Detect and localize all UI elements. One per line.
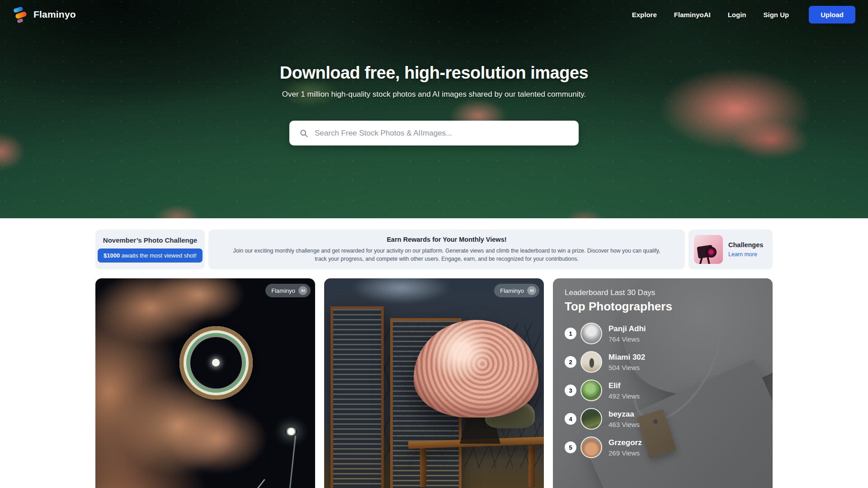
rewards-title: Earn Rewards for Your Monthly Views! — [387, 236, 506, 243]
photo-card-giant-brain[interactable]: Flaminyo AI — [324, 278, 544, 488]
leaderboard-subtitle: Leaderboard Last 30 Days — [565, 288, 761, 297]
photo-moon — [212, 359, 220, 366]
search-input[interactable] — [315, 129, 569, 138]
rank-badge: 3 — [565, 385, 576, 396]
avatar — [580, 408, 602, 430]
view-count: 492 Views — [609, 392, 640, 400]
photographer-name: Grzegorz — [609, 438, 642, 447]
page-title: Download free, high-resolution images — [280, 63, 588, 83]
hero-section: Download free, high-resolution images Ov… — [0, 0, 868, 218]
top-navigation: Flaminyo Explore FlaminyoAI Login Sign U… — [0, 0, 868, 29]
avatar — [580, 436, 602, 458]
avatar — [580, 380, 602, 401]
challenge-prize-button[interactable]: $1000 awaits the most viewed shot! — [98, 249, 203, 263]
leaderboard-row[interactable]: 3 Elif 492 Views — [565, 380, 761, 401]
nav-explore[interactable]: Explore — [632, 11, 657, 19]
flaminyo-logo-icon — [13, 5, 28, 23]
leaderboard-row[interactable]: 4 beyzaa 463 Views — [565, 408, 761, 430]
photo-challenge-banner: November’s Photo Challenge $1000 awaits … — [95, 230, 205, 269]
rank-badge: 4 — [565, 413, 576, 425]
photographer-name: Miami 302 — [609, 353, 645, 362]
photo-streetlight — [285, 427, 297, 436]
ai-generated-badge[interactable]: Flaminyo AI — [265, 284, 311, 297]
brand-name: Flaminyo — [33, 9, 76, 20]
rank-badge: 5 — [565, 441, 576, 453]
rank-badge: 1 — [565, 328, 576, 339]
prize-amount: $1000 — [104, 252, 120, 259]
leaderboard-panel: Leaderboard Last 30 Days Top Photographe… — [553, 278, 773, 488]
nav-signup[interactable]: Sign Up — [763, 11, 789, 19]
learn-more-link[interactable]: Learn more — [728, 251, 757, 258]
view-count: 269 Views — [609, 449, 642, 457]
ai-icon: AI — [298, 286, 307, 295]
camera-icon — [694, 235, 723, 264]
leaderboard-row[interactable]: 5 Grzegorz 269 Views — [565, 436, 761, 458]
badge-label: Flaminyo — [271, 287, 295, 294]
challenges-banner[interactable]: Challenges Learn more — [689, 230, 773, 269]
avatar — [580, 323, 602, 344]
view-count: 764 Views — [609, 335, 646, 343]
photo-cabinet — [330, 306, 384, 488]
ai-icon: AI — [527, 286, 536, 295]
view-count: 463 Views — [609, 421, 640, 428]
rewards-description: Join our exciting monthly challenge and … — [226, 247, 667, 263]
view-count: 504 Views — [609, 364, 645, 371]
brand[interactable]: Flaminyo — [13, 5, 76, 23]
leaderboard-row[interactable]: 2 Miami 302 504 Views — [565, 351, 761, 373]
prize-text: awaits the most viewed shot! — [120, 252, 197, 259]
photographer-name: Panji Adhi — [609, 324, 646, 333]
nav-login[interactable]: Login — [728, 11, 746, 19]
challenge-title: November’s Photo Challenge — [103, 236, 197, 244]
photographer-name: Elif — [609, 381, 640, 390]
badge-label: Flaminyo — [500, 287, 524, 294]
search-icon — [299, 129, 308, 138]
rewards-banner: Earn Rewards for Your Monthly Views! Joi… — [208, 230, 685, 269]
page-subtitle: Over 1 million high-quality stock photos… — [282, 90, 586, 99]
rank-badge: 2 — [565, 356, 576, 368]
challenges-title: Challenges — [728, 241, 763, 249]
upload-button[interactable]: Upload — [809, 6, 855, 23]
ai-generated-badge[interactable]: Flaminyo AI — [494, 284, 539, 297]
leaderboard-title: Top Photographers — [565, 300, 761, 314]
photo-card-moon-through-tape[interactable]: Flaminyo AI — [95, 278, 315, 488]
avatar — [580, 351, 602, 373]
leaderboard-row[interactable]: 1 Panji Adhi 764 Views — [565, 323, 761, 344]
gallery-row: Flaminyo AI Flaminyo AI Leaderboard Last… — [95, 278, 773, 488]
photographer-name: beyzaa — [609, 410, 640, 419]
nav-flaminyoai[interactable]: FlaminyoAI — [674, 11, 711, 19]
search-bar[interactable] — [289, 121, 579, 145]
banner-row: November’s Photo Challenge $1000 awaits … — [95, 230, 773, 269]
